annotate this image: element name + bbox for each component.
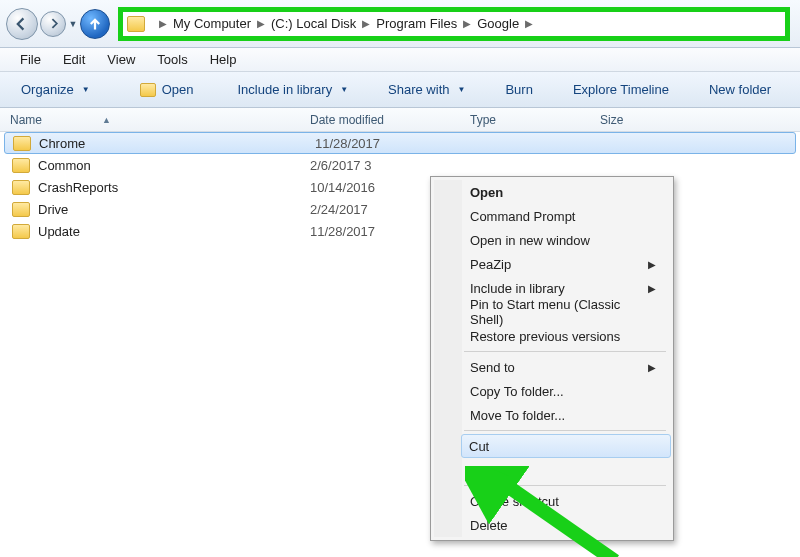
chevron-down-icon: ▼: [457, 85, 465, 94]
new-folder-button[interactable]: New folder: [698, 78, 782, 101]
folder-icon: [12, 158, 30, 173]
nav-row: ▼ ▶ My Computer ▶ (C:) Local Disk ▶ Prog…: [0, 0, 800, 48]
context-item[interactable]: Copy: [462, 458, 670, 482]
context-item[interactable]: Pin to Start menu (Classic Shell): [462, 300, 670, 324]
context-item-label: Include in library: [470, 281, 565, 296]
chevron-right-icon: ▶: [519, 18, 539, 29]
context-item[interactable]: Open: [462, 180, 670, 204]
up-button[interactable]: [80, 9, 110, 39]
chevron-right-icon: ▶: [153, 18, 173, 29]
back-button[interactable]: [6, 8, 38, 40]
folder-icon: [127, 16, 145, 32]
context-separator: [464, 430, 666, 431]
file-date: 11/28/2017: [315, 136, 475, 151]
context-item[interactable]: Copy To folder...: [462, 379, 670, 403]
chevron-down-icon: ▼: [82, 85, 90, 94]
context-item[interactable]: Restore previous versions: [462, 324, 670, 348]
context-item-label: Restore previous versions: [470, 329, 620, 344]
toolbar-label: Open: [162, 82, 194, 97]
file-name: Update: [38, 224, 310, 239]
chevron-right-icon: ▶: [648, 283, 656, 294]
chevron-right-icon: ▶: [356, 18, 376, 29]
context-item-label: Move To folder...: [470, 408, 565, 423]
context-item[interactable]: Send to▶: [462, 355, 670, 379]
sort-asc-icon: ▲: [102, 115, 111, 125]
share-with-button[interactable]: Share with ▼: [377, 78, 476, 101]
menu-help[interactable]: Help: [200, 50, 247, 69]
context-item-label: Copy To folder...: [470, 384, 564, 399]
breadcrumb-segment[interactable]: (C:) Local Disk: [271, 16, 356, 31]
context-item[interactable]: Command Prompt: [462, 204, 670, 228]
toolbar-label: Explore Timeline: [573, 82, 669, 97]
col-header-size[interactable]: Size: [600, 113, 700, 127]
col-header-date[interactable]: Date modified: [310, 113, 470, 127]
arrow-left-icon: [15, 17, 29, 31]
context-separator: [464, 351, 666, 352]
toolbar-label: Burn: [505, 82, 532, 97]
menu-view[interactable]: View: [97, 50, 145, 69]
folder-icon: [13, 136, 31, 151]
chevron-right-icon: ▶: [251, 18, 271, 29]
toolbar: Organize ▼ Open Include in library ▼ Sha…: [0, 72, 800, 108]
context-item[interactable]: Open in new window: [462, 228, 670, 252]
context-separator: [464, 485, 666, 486]
chevron-right-icon: ▶: [457, 18, 477, 29]
context-item-label: Cut: [469, 439, 489, 454]
file-name: Chrome: [39, 136, 315, 151]
breadcrumb-segment[interactable]: Google: [477, 16, 519, 31]
file-row[interactable]: Common2/6/2017 3: [0, 154, 800, 176]
open-button[interactable]: Open: [129, 78, 205, 101]
context-item-label: Command Prompt: [470, 209, 575, 224]
context-item-label: Send to: [470, 360, 515, 375]
breadcrumb-segment[interactable]: My Computer: [173, 16, 251, 31]
file-row[interactable]: Chrome11/28/2017: [4, 132, 796, 154]
burn-button[interactable]: Burn: [494, 78, 543, 101]
file-row[interactable]: Drive2/24/2017: [0, 198, 800, 220]
toolbar-label: Share with: [388, 82, 449, 97]
file-name: CrashReports: [38, 180, 310, 195]
col-header-type[interactable]: Type: [470, 113, 600, 127]
menu-file[interactable]: File: [10, 50, 51, 69]
context-item[interactable]: PeaZip▶: [462, 252, 670, 276]
context-item-label: Copy: [470, 463, 500, 478]
file-name: Drive: [38, 202, 310, 217]
context-item-label: Create shortcut: [470, 494, 559, 509]
column-headers: Name ▲ Date modified Type Size: [0, 108, 800, 132]
menu-edit[interactable]: Edit: [53, 50, 95, 69]
include-in-library-button[interactable]: Include in library ▼: [226, 78, 359, 101]
chevron-right-icon: ▶: [648, 259, 656, 270]
file-name: Common: [38, 158, 310, 173]
forward-button[interactable]: [40, 11, 66, 37]
menubar: File Edit View Tools Help: [0, 48, 800, 72]
file-row[interactable]: CrashReports10/14/2016: [0, 176, 800, 198]
history-dropdown[interactable]: ▼: [66, 10, 80, 38]
breadcrumb-segment[interactable]: Program Files: [376, 16, 457, 31]
folder-icon: [12, 180, 30, 195]
folder-open-icon: [140, 83, 156, 97]
chevron-right-icon: ▶: [648, 362, 656, 373]
context-item-label: PeaZip: [470, 257, 511, 272]
context-item[interactable]: Delete: [462, 513, 670, 537]
context-item[interactable]: Move To folder...: [462, 403, 670, 427]
context-item-label: Pin to Start menu (Classic Shell): [470, 297, 656, 327]
folder-icon: [12, 224, 30, 239]
chevron-down-icon: ▼: [340, 85, 348, 94]
breadcrumb[interactable]: ▶ My Computer ▶ (C:) Local Disk ▶ Progra…: [118, 7, 790, 41]
context-item-label: Delete: [470, 518, 508, 533]
nav-buttons: ▼: [6, 8, 110, 40]
col-header-name[interactable]: Name ▲: [10, 113, 310, 127]
file-row[interactable]: Update11/28/2017: [0, 220, 800, 242]
explore-timeline-button[interactable]: Explore Timeline: [562, 78, 680, 101]
arrow-right-icon: [48, 18, 59, 29]
toolbar-label: New folder: [709, 82, 771, 97]
file-date: 2/6/2017 3: [310, 158, 470, 173]
context-item[interactable]: Create shortcut: [462, 489, 670, 513]
context-menu: OpenCommand PromptOpen in new windowPeaZ…: [430, 176, 674, 541]
file-list: Chrome11/28/2017Common2/6/2017 3CrashRep…: [0, 132, 800, 242]
context-item[interactable]: Cut: [461, 434, 671, 458]
folder-icon: [12, 202, 30, 217]
context-item-label: Open in new window: [470, 233, 590, 248]
organize-button[interactable]: Organize ▼: [10, 78, 101, 101]
menu-tools[interactable]: Tools: [147, 50, 197, 69]
context-item-label: Open: [470, 185, 503, 200]
